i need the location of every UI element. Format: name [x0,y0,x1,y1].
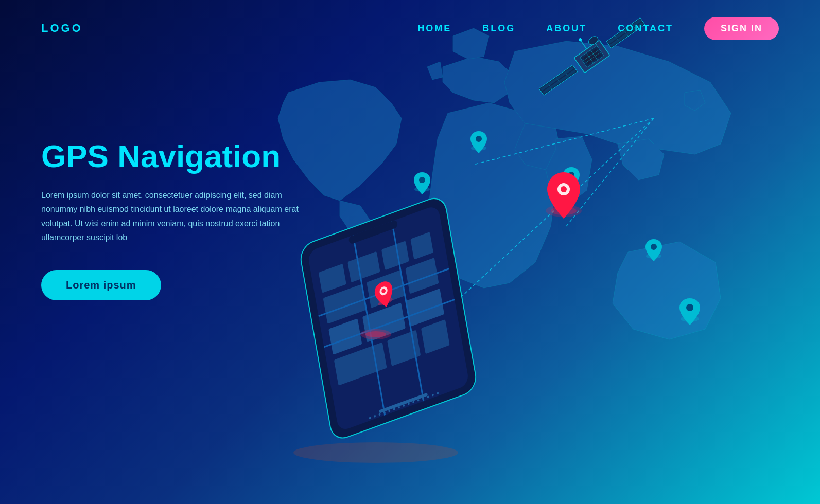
svg-point-70 [393,408,395,410]
svg-rect-45 [381,241,409,270]
svg-point-68 [383,411,386,414]
svg-line-58 [353,235,385,415]
hero-section: GPS Navigation Lorem ipsum dolor sit ame… [41,139,299,300]
svg-rect-50 [328,318,362,355]
pin-europe [470,131,487,153]
svg-line-57 [324,300,455,347]
signin-button[interactable]: SIGN IN [704,17,779,40]
svg-point-60 [378,297,393,307]
svg-point-82 [365,331,386,337]
svg-line-0 [438,118,654,319]
svg-rect-44 [347,251,380,283]
svg-point-35 [681,316,699,322]
svg-rect-16 [543,69,576,94]
svg-point-33 [646,254,661,259]
svg-point-76 [422,397,424,400]
svg-rect-54 [387,330,421,367]
svg-point-73 [408,403,410,405]
svg-rect-63 [348,220,398,245]
svg-point-62 [381,288,386,294]
pin-red-large [546,172,582,219]
hero-description: Lorem ipsum dolor sit amet, consectetuer… [41,188,299,244]
svg-point-36 [686,304,693,311]
nav-about[interactable]: ABOUT [546,23,587,34]
svg-point-69 [388,409,390,412]
pin-australia [679,298,700,325]
svg-rect-53 [334,343,387,386]
svg-rect-43 [319,264,346,293]
svg-rect-64 [379,393,428,413]
svg-rect-51 [362,302,406,342]
svg-point-29 [414,187,430,192]
svg-rect-47 [323,284,367,323]
svg-point-81 [360,329,391,339]
svg-point-66 [374,415,376,418]
svg-point-78 [432,393,434,396]
svg-rect-46 [410,232,433,260]
svg-point-39 [557,183,570,195]
cta-button[interactable]: Lorem ipsum [41,270,161,300]
svg-rect-41 [299,194,478,442]
navigation: LOGO HOME BLOG ABOUT CONTACT SIGN IN [0,0,820,57]
logo[interactable]: LOGO [41,22,83,35]
svg-line-56 [319,269,449,316]
nav-home[interactable]: HOME [417,23,451,34]
svg-point-72 [403,404,405,407]
svg-point-28 [476,136,482,142]
nav-blog[interactable]: BLOG [482,23,515,34]
svg-point-30 [419,177,425,183]
svg-rect-49 [405,258,439,294]
pin-seasia [645,239,662,261]
svg-line-1 [566,118,654,226]
svg-rect-42 [307,205,469,432]
svg-rect-10 [539,65,578,95]
svg-point-37 [546,205,582,217]
hero-title: GPS Navigation [41,139,299,174]
svg-point-38 [551,207,577,215]
nav-contact[interactable]: CONTACT [618,23,673,34]
svg-point-27 [471,146,486,151]
signal-lines [438,118,654,319]
svg-line-12 [556,77,561,83]
world-map [278,28,731,370]
pin-india [563,167,580,189]
svg-rect-52 [406,289,445,327]
phone-pin-glow [360,329,391,339]
svg-point-79 [437,392,439,394]
svg-point-77 [427,395,429,398]
smartphone-isometric [293,194,478,463]
svg-point-75 [417,399,419,402]
svg-point-40 [561,186,567,192]
svg-rect-55 [421,319,450,354]
svg-point-61 [379,285,388,296]
svg-line-14 [573,65,578,71]
svg-line-11 [547,83,552,89]
svg-point-74 [412,401,414,403]
pin-atlantic [414,172,430,194]
svg-point-65 [369,417,371,419]
svg-point-80 [293,442,458,463]
svg-point-31 [564,182,579,187]
svg-line-59 [392,221,424,401]
svg-rect-48 [367,270,405,308]
svg-rect-15 [540,66,574,91]
svg-point-67 [378,413,380,416]
svg-point-71 [398,406,400,408]
svg-line-13 [564,71,569,78]
svg-line-2 [474,118,654,165]
nav-links: HOME BLOG ABOUT CONTACT SIGN IN [417,17,779,40]
svg-point-34 [651,244,657,250]
svg-point-32 [568,172,574,178]
